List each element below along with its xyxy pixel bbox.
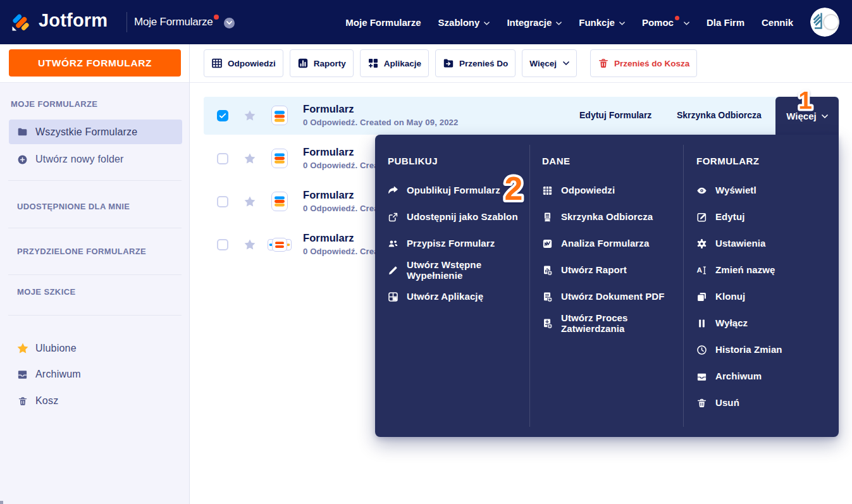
form-row-1[interactable]: Formularz 0 Odpowiedź. Created on May 09… xyxy=(204,97,839,135)
sidebar-item-label: Ulubione xyxy=(35,343,77,354)
menu-column-publish: PUBLIKUJ Opublikuj Formularz Udostępnij … xyxy=(375,135,529,437)
notification-dot xyxy=(675,16,679,20)
sidebar-divider xyxy=(8,274,182,275)
app-grid-icon xyxy=(388,292,398,302)
form-title-block[interactable]: Formularz 0 Odpowiedź. Created on May 09… xyxy=(303,103,458,127)
create-form-button[interactable]: UTWÓRZ FORMULARZ xyxy=(9,49,181,77)
sidebar-item-archive[interactable]: Archiwum xyxy=(0,363,189,386)
nav-item-my-forms[interactable]: Moje Formularze xyxy=(345,17,421,28)
form-title: Formularz xyxy=(303,103,458,115)
share-box-icon xyxy=(388,212,398,223)
sidebar-item-label: Kosz xyxy=(35,395,58,407)
submissions-button[interactable]: Odpowiedzi xyxy=(204,49,283,77)
inbox-doc-icon xyxy=(542,212,553,223)
menu-item-form-analytics[interactable]: Analiza Formularza xyxy=(542,230,649,257)
inbox-link[interactable]: Skrzynka Odbiorcza xyxy=(677,110,762,120)
row-checkbox[interactable] xyxy=(217,196,228,207)
main-nav: Moje Formularze Szablony Integracje Funk… xyxy=(345,0,839,44)
menu-column-title: PUBLIKUJ xyxy=(388,156,438,166)
scroll-corner xyxy=(0,501,3,504)
menu-item-publish-form[interactable]: Opublikuj Formularz xyxy=(388,177,500,204)
menu-item-delete[interactable]: Usuń xyxy=(696,390,739,416)
sidebar-divider xyxy=(8,315,182,316)
sidebar-header-drafts[interactable]: MOJE SZKICE xyxy=(17,287,76,297)
topbar-divider xyxy=(127,12,127,32)
move-to-trash-button[interactable]: Przenieś do Kosza xyxy=(590,49,697,77)
menu-item-create-pdf[interactable]: Utwórz Dokument PDF xyxy=(542,283,665,310)
menu-item-edit[interactable]: Edytuj xyxy=(696,204,744,230)
trash-icon xyxy=(696,398,707,409)
menu-item-create-report[interactable]: Utwórz Raport xyxy=(542,257,627,283)
nav-item-enterprise[interactable]: Dla Firm xyxy=(707,17,744,28)
form-card-icon xyxy=(268,238,292,252)
sidebar-item-trash[interactable]: Kosz xyxy=(0,390,189,412)
menu-item-submissions[interactable]: Odpowiedzi xyxy=(542,177,615,204)
menu-item-revision-history[interactable]: Historia Zmian xyxy=(696,336,782,363)
reports-button[interactable]: Raporty xyxy=(290,49,354,77)
star-icon[interactable] xyxy=(244,195,256,208)
menu-item-create-prefill[interactable]: Utwórz Wstępne Wypełnienie xyxy=(388,257,502,283)
row-checkbox-checked[interactable] xyxy=(217,110,228,121)
sidebar: UTWÓRZ FORMULARZ MOJE FORMULARZE Wszystk… xyxy=(0,44,190,504)
apps-icon xyxy=(367,58,379,69)
apps-button[interactable]: Aplikacje xyxy=(360,49,429,77)
folder-move-icon xyxy=(443,58,454,69)
jotform-logo[interactable]: Jotform xyxy=(12,12,108,31)
sidebar-item-new-folder[interactable]: Utwórz nowy folder xyxy=(0,148,189,171)
menu-item-inbox[interactable]: Skrzynka Odbiorcza xyxy=(542,204,653,230)
approval-plus-icon xyxy=(542,318,553,329)
user-avatar[interactable] xyxy=(810,8,839,37)
archive-icon xyxy=(17,369,28,380)
row-checkbox[interactable] xyxy=(217,153,228,164)
sidebar-header-shared[interactable]: UDOSTĘPNIONE DLA MNIE xyxy=(17,202,130,211)
product-switcher[interactable]: Moje Formularze xyxy=(134,0,235,44)
row-more-button[interactable]: Więcej xyxy=(775,97,839,135)
sidebar-item-label: Wszystkie Formularze xyxy=(35,126,137,138)
sidebar-item-favorites[interactable]: Ulubione xyxy=(0,337,189,360)
more-dropdown-menu: PUBLIKUJ Opublikuj Formularz Udostępnij … xyxy=(375,135,839,437)
menu-item-create-approval[interactable]: Utwórz Proces Zatwierdzania xyxy=(542,310,656,336)
check-icon xyxy=(218,111,227,120)
menu-item-clone[interactable]: Klonuj xyxy=(696,283,745,310)
star-icon[interactable] xyxy=(244,238,256,251)
plus-circle-icon xyxy=(17,154,28,165)
menu-item-share-as-template[interactable]: Udostępnij jako Szablon xyxy=(388,204,518,230)
menu-item-preview[interactable]: Wyświetl xyxy=(696,177,756,204)
menu-item-assign-form[interactable]: Przypisz Formularz xyxy=(388,230,495,257)
menu-column-title: FORMULARZ xyxy=(696,156,759,166)
chevron-down-icon xyxy=(563,61,569,65)
nav-item-help[interactable]: Pomoc xyxy=(642,17,689,28)
star-icon[interactable] xyxy=(244,109,256,122)
menu-item-settings[interactable]: Ustawienia xyxy=(696,230,765,257)
toolbar-more-button[interactable]: Więcej xyxy=(522,49,577,77)
star-icon[interactable] xyxy=(244,152,256,165)
notification-dot xyxy=(214,15,219,20)
row-checkbox[interactable] xyxy=(217,239,228,250)
chevron-down-icon xyxy=(684,22,689,25)
menu-column-form: FORMULARZ Wyświetl Edytuj Ustawienia A Z… xyxy=(683,135,839,437)
nav-item-templates[interactable]: Szablony xyxy=(438,17,490,28)
sidebar-header-assigned[interactable]: PRZYDZIELONE FORMULARZE xyxy=(17,247,146,256)
sidebar-header-my-forms: MOJE FORMULARZE xyxy=(11,99,97,109)
product-switcher-label: Moje Formularze xyxy=(134,16,213,28)
menu-item-create-app[interactable]: Utwórz Aplikację xyxy=(388,283,483,310)
menu-item-rename[interactable]: A Zmień nazwę xyxy=(696,257,775,283)
sidebar-divider xyxy=(8,180,182,181)
sidebar-item-all-forms[interactable]: Wszystkie Formularze xyxy=(9,120,182,144)
gear-icon xyxy=(696,238,707,249)
move-to-button[interactable]: Przenieś Do xyxy=(435,49,516,77)
pencil-icon xyxy=(388,265,398,276)
form-subtitle: 0 Odpowiedź. Created on May 09, 2022 xyxy=(303,118,458,127)
star-icon xyxy=(16,342,29,355)
sidebar-divider xyxy=(8,228,182,228)
nav-item-features[interactable]: Funkcje xyxy=(579,17,625,28)
pause-icon xyxy=(696,318,707,329)
menu-item-disable[interactable]: Wyłącz xyxy=(696,310,748,336)
menu-item-archive[interactable]: Archiwum xyxy=(696,363,762,390)
edit-form-link[interactable]: Edytuj Formularz xyxy=(579,110,651,120)
chevron-down-icon xyxy=(224,18,235,28)
nav-item-pricing[interactable]: Cennik xyxy=(762,17,793,28)
rename-icon: A xyxy=(696,265,707,276)
form-doc-icon xyxy=(271,192,288,211)
nav-item-integrations[interactable]: Integracje xyxy=(507,17,562,28)
